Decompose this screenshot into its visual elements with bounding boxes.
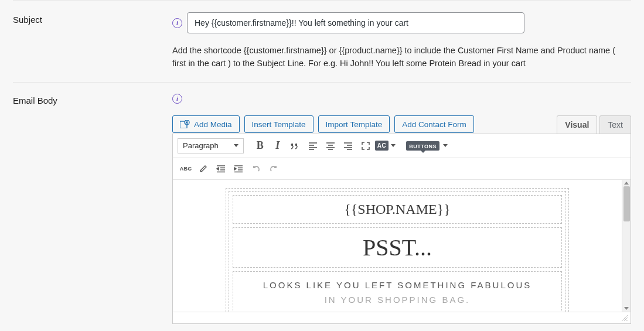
- editor-canvas[interactable]: {{SHOP.NAME}} PSST... LOOKS LIKE YOU LEF…: [173, 180, 622, 312]
- scroll-up-icon[interactable]: [624, 182, 629, 185]
- template-shop-name: {{SHOP.NAME}}: [344, 202, 450, 217]
- blockquote-button[interactable]: [287, 138, 304, 154]
- resize-handle[interactable]: [620, 313, 628, 322]
- add-contact-form-label: Add Contact Form: [402, 120, 466, 129]
- add-media-button[interactable]: Add Media: [172, 115, 240, 133]
- editor-scrollbar[interactable]: [622, 180, 631, 312]
- subject-help-text: Add the shortcode {{customer.firstname}}…: [172, 44, 629, 70]
- add-contact-form-button[interactable]: Add Contact Form: [394, 115, 474, 133]
- outdent-button[interactable]: [213, 161, 229, 177]
- format-select-label: Paragraph: [183, 141, 219, 150]
- insert-template-button[interactable]: Insert Template: [244, 115, 314, 133]
- redo-button[interactable]: [265, 161, 282, 177]
- add-media-label: Add Media: [194, 120, 232, 129]
- ac-badge: AC: [375, 141, 389, 151]
- clear-formatting-button[interactable]: [195, 161, 212, 177]
- import-template-label: Import Template: [326, 120, 383, 129]
- chevron-down-icon: [391, 144, 396, 147]
- template-line-1: LOOKS LIKE YOU LEFT SOMETHING FABULOUS: [238, 278, 557, 293]
- buttons-dropdown[interactable]: BUTTONS: [406, 138, 448, 154]
- template-headline: PSST...: [363, 234, 432, 261]
- info-icon[interactable]: i: [172, 18, 182, 28]
- italic-button[interactable]: I: [270, 138, 286, 154]
- chevron-down-icon: [234, 144, 238, 147]
- svg-line-24: [626, 320, 628, 321]
- align-center-button[interactable]: [322, 138, 339, 154]
- scroll-down-icon[interactable]: [624, 307, 629, 310]
- subject-label: Subject: [13, 12, 172, 70]
- subject-row: Subject i Add the shortcode {{customer.f…: [0, 1, 644, 82]
- template-line-2: IN YOUR SHOPPING BAG.: [238, 292, 557, 308]
- info-icon[interactable]: i: [172, 94, 182, 104]
- undo-button[interactable]: [248, 161, 264, 177]
- ac-shortcode-button[interactable]: AC: [375, 138, 396, 154]
- media-icon: [180, 120, 190, 128]
- subject-input[interactable]: [187, 12, 524, 33]
- tab-text[interactable]: Text: [599, 115, 631, 134]
- format-select[interactable]: Paragraph: [178, 138, 244, 153]
- buttons-badge: BUTTONS: [406, 141, 439, 151]
- insert-template-label: Insert Template: [252, 120, 306, 129]
- align-left-button[interactable]: [305, 138, 321, 154]
- indent-button[interactable]: [230, 161, 247, 177]
- email-body-label: Email Body: [13, 93, 172, 324]
- scroll-thumb[interactable]: [623, 186, 630, 221]
- strikethrough-button[interactable]: ABC: [178, 161, 194, 177]
- rich-text-editor: Paragraph B I: [172, 134, 631, 324]
- abc-label: ABC: [180, 166, 192, 172]
- bold-button[interactable]: B: [252, 138, 268, 154]
- import-template-button[interactable]: Import Template: [318, 115, 390, 133]
- chevron-down-icon: [443, 144, 448, 147]
- fullscreen-button[interactable]: [357, 138, 374, 154]
- align-right-button[interactable]: [340, 138, 356, 154]
- tab-visual[interactable]: Visual: [557, 115, 597, 134]
- email-body-row: Email Body i: [0, 83, 644, 331]
